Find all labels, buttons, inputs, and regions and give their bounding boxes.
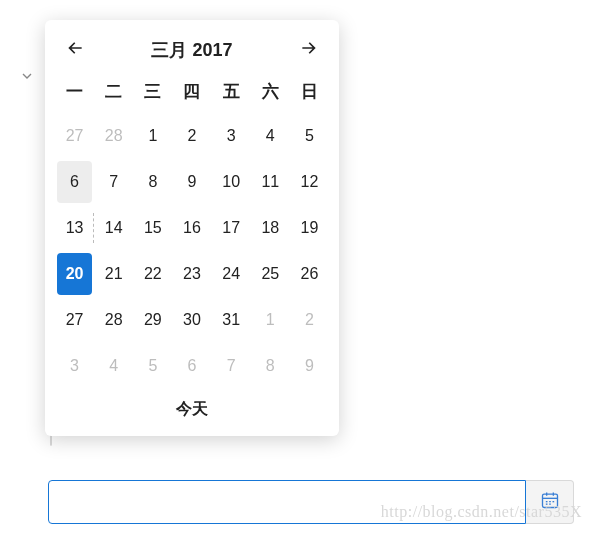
today-button[interactable]: 今天 bbox=[55, 389, 329, 426]
calendar-day[interactable]: 17 bbox=[214, 207, 249, 249]
calendar-day[interactable]: 1 bbox=[253, 299, 288, 341]
weekday-label: 五 bbox=[212, 74, 251, 113]
date-picker-button[interactable] bbox=[526, 480, 574, 524]
calendar-day[interactable]: 18 bbox=[253, 207, 288, 249]
calendar-day[interactable]: 31 bbox=[214, 299, 249, 341]
arrow-left-icon bbox=[65, 38, 85, 63]
calendar-day[interactable]: 26 bbox=[292, 253, 327, 295]
calendar-day[interactable]: 14 bbox=[96, 207, 131, 249]
calendar-title[interactable]: 三月 2017 bbox=[151, 38, 232, 62]
calendar-day[interactable]: 6 bbox=[174, 345, 209, 387]
weekday-label: 四 bbox=[172, 74, 211, 113]
arrow-right-icon bbox=[299, 38, 319, 63]
calendar-day[interactable]: 11 bbox=[253, 161, 288, 203]
calendar-day[interactable]: 4 bbox=[253, 115, 288, 157]
calendar-day[interactable]: 28 bbox=[96, 115, 131, 157]
weekday-label: 一 bbox=[55, 74, 94, 113]
weekday-label: 日 bbox=[290, 74, 329, 113]
calendar-day[interactable]: 5 bbox=[135, 345, 170, 387]
weekday-label: 二 bbox=[94, 74, 133, 113]
calendar-day[interactable]: 24 bbox=[214, 253, 249, 295]
calendar-day[interactable]: 4 bbox=[96, 345, 131, 387]
calendar-day[interactable]: 2 bbox=[292, 299, 327, 341]
calendar-day[interactable]: 22 bbox=[135, 253, 170, 295]
calendar-day[interactable]: 13 bbox=[57, 207, 92, 249]
calendar-day[interactable]: 25 bbox=[253, 253, 288, 295]
calendar-day[interactable]: 20 bbox=[57, 253, 92, 295]
prev-month-button[interactable] bbox=[63, 38, 87, 62]
calendar-day[interactable]: 8 bbox=[135, 161, 170, 203]
calendar-day[interactable]: 19 bbox=[292, 207, 327, 249]
calendar-day[interactable]: 28 bbox=[96, 299, 131, 341]
calendar-popover: 三月 2017 一二三四五六日 272812345678910111213141… bbox=[45, 20, 339, 436]
calendar-weekdays: 一二三四五六日 bbox=[55, 74, 329, 113]
calendar-day[interactable]: 27 bbox=[57, 115, 92, 157]
calendar-day[interactable]: 12 bbox=[292, 161, 327, 203]
calendar-header: 三月 2017 bbox=[55, 34, 329, 74]
calendar-day[interactable]: 6 bbox=[57, 161, 92, 203]
calendar-day[interactable]: 15 bbox=[135, 207, 170, 249]
calendar-day[interactable]: 8 bbox=[253, 345, 288, 387]
calendar-day[interactable]: 27 bbox=[57, 299, 92, 341]
next-month-button[interactable] bbox=[297, 38, 321, 62]
calendar-days-grid: 2728123456789101112131415161718192021222… bbox=[55, 113, 329, 389]
weekday-label: 六 bbox=[251, 74, 290, 113]
date-input[interactable] bbox=[48, 480, 526, 524]
calendar-day[interactable]: 3 bbox=[214, 115, 249, 157]
calendar-day[interactable]: 21 bbox=[96, 253, 131, 295]
calendar-day[interactable]: 16 bbox=[174, 207, 209, 249]
calendar-day[interactable]: 10 bbox=[214, 161, 249, 203]
svg-rect-0 bbox=[542, 494, 557, 507]
weekday-label: 三 bbox=[133, 74, 172, 113]
calendar-day[interactable]: 1 bbox=[135, 115, 170, 157]
calendar-day[interactable]: 9 bbox=[174, 161, 209, 203]
calendar-icon bbox=[540, 490, 560, 514]
calendar-day[interactable]: 7 bbox=[214, 345, 249, 387]
calendar-day[interactable]: 7 bbox=[96, 161, 131, 203]
chevron-down-icon bbox=[19, 68, 35, 88]
calendar-day[interactable]: 2 bbox=[174, 115, 209, 157]
date-input-row bbox=[48, 480, 574, 524]
calendar-day[interactable]: 30 bbox=[174, 299, 209, 341]
calendar-day[interactable]: 5 bbox=[292, 115, 327, 157]
calendar-day[interactable]: 29 bbox=[135, 299, 170, 341]
calendar-day[interactable]: 9 bbox=[292, 345, 327, 387]
calendar-day[interactable]: 23 bbox=[174, 253, 209, 295]
calendar-day[interactable]: 3 bbox=[57, 345, 92, 387]
